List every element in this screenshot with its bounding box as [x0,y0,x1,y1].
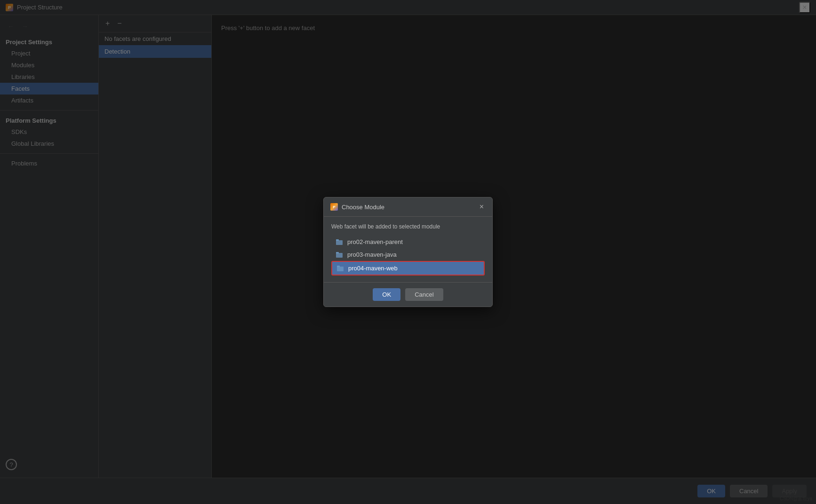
modal-body: Web facet will be added to selected modu… [324,217,492,282]
modal-title: Choose Module [342,204,474,211]
module-folder-icon-1 [336,252,344,258]
modal-ok-button[interactable]: OK [373,288,400,301]
modal-footer: OK Cancel [324,282,492,307]
module-item-0[interactable]: pro02-maven-parent [331,236,485,248]
svg-rect-1 [336,239,339,241]
module-folder-icon-0 [336,239,344,245]
modal-title-bar: P Choose Module × [324,197,492,217]
svg-rect-5 [337,266,340,267]
svg-rect-2 [336,253,343,258]
modal-app-icon: P [330,203,338,211]
svg-rect-3 [336,252,339,253]
modal-subtitle: Web facet will be added to selected modu… [331,223,485,230]
module-folder-icon-2 [337,265,344,272]
svg-rect-4 [337,267,344,271]
choose-module-dialog: P Choose Module × Web facet will be adde… [323,197,493,307]
module-item-1[interactable]: pro03-maven-java [331,248,485,261]
modal-overlay: P Choose Module × Web facet will be adde… [0,0,816,504]
svg-rect-0 [336,240,343,245]
modal-cancel-button[interactable]: Cancel [405,288,443,301]
modal-close-button[interactable]: × [478,202,486,212]
module-item-2[interactable]: pro04-maven-web [331,261,485,276]
